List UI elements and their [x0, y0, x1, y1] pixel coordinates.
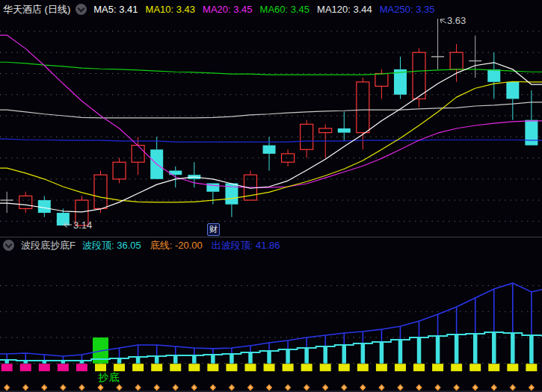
indicator-field: 底线: -20.00 [150, 239, 203, 252]
signal-block [507, 364, 518, 371]
indicator-cyan-bar [267, 351, 271, 364]
signal-block [151, 364, 162, 371]
ma-line-ma250 [0, 139, 542, 142]
ma-lines [0, 35, 542, 212]
stock-app-window: 华天酒店 (日线) MA5: 3.41MA10: 3.43MA20: 3.45M… [0, 0, 542, 392]
indicator-cyan-bar [417, 337, 422, 364]
indicator-cyan-bar [455, 335, 459, 364]
candle-up [319, 128, 332, 133]
signal-block [488, 364, 499, 371]
candle-down [525, 120, 538, 146]
signal-block [339, 364, 350, 371]
indicator-cyan-bar [248, 352, 253, 364]
signal-block [526, 364, 537, 371]
indicator-cyan-bar [136, 357, 141, 364]
indicator-field: 波段顶: 36.05 [82, 239, 141, 252]
high-arrow [440, 19, 446, 24]
buy-signal-label: 抄底 [98, 371, 120, 385]
indicator-cyan-bar [436, 336, 440, 364]
indicator-blue-line [0, 283, 542, 356]
stock-title: 华天酒店 (日线) [3, 3, 70, 16]
signal-block [376, 364, 387, 371]
signal-block [95, 364, 106, 371]
indicator-cyan-bar [380, 342, 384, 364]
signal-block [39, 364, 50, 371]
indicator-cyan-bar [511, 333, 515, 364]
indicator-cyan-bar [192, 355, 197, 364]
candle-up [19, 196, 32, 208]
candle-up [301, 124, 313, 149]
candle-up [94, 175, 107, 208]
signal-block [320, 364, 331, 371]
signal-block [301, 364, 312, 371]
candle-down [263, 146, 276, 154]
indicator-cyan-bar [155, 356, 159, 364]
event-marker-badge[interactable]: 财 [207, 223, 220, 236]
candle-down [338, 128, 351, 133]
candle-down [487, 69, 500, 82]
signal-block [20, 364, 31, 371]
indicator-cyan-bar [173, 355, 178, 364]
candles [1, 19, 538, 225]
ma-legend-item: MA120: 3.44 [317, 4, 372, 15]
indicator-name: 波段底抄底F [21, 239, 76, 252]
indicator-cyan-bar [398, 340, 403, 364]
ma-line-ma20 [0, 35, 542, 187]
signal-block [432, 364, 443, 371]
signal-block [207, 364, 218, 371]
indicator-panel [0, 283, 542, 391]
ma-legend-item: MA5: 3.41 [93, 4, 138, 15]
ma-line-ma5 [0, 63, 542, 212]
candle-down [38, 200, 51, 213]
signal-block [226, 364, 237, 371]
signal-block [413, 364, 425, 371]
chart-canvas[interactable] [0, 0, 542, 392]
signal-block [283, 364, 294, 371]
ma-legend-item: MA20: 3.45 [203, 4, 253, 15]
indicator-cyan-bar [304, 348, 309, 364]
signal-block [451, 364, 462, 371]
signal-block [76, 364, 87, 371]
signal-block [395, 364, 406, 371]
high-price-label: 3.63 [447, 15, 466, 26]
candle-down [57, 213, 70, 225]
signal-block [244, 364, 256, 371]
ma-legend-item: MA10: 3.43 [146, 4, 196, 15]
candle-up [132, 146, 144, 163]
candle-up [413, 52, 425, 99]
signal-block [264, 364, 275, 371]
indicator-values: 波段顶: 36.05底线: -20.00出波段顶: 41.86 [82, 239, 289, 252]
signal-block [114, 364, 125, 371]
signal-block [58, 364, 69, 371]
chevron-down-icon[interactable] [76, 4, 87, 15]
signal-block [469, 364, 481, 371]
signal-block [357, 364, 369, 371]
gridlines [0, 31, 542, 364]
indicator-cyan-bar [230, 354, 234, 364]
ma-line-ma60 [0, 62, 542, 75]
signal-block [1, 364, 13, 371]
indicator-cyan-bar [473, 334, 478, 364]
chevron-down-icon[interactable] [3, 240, 14, 251]
candle-up [357, 82, 369, 133]
signal-block [188, 364, 200, 371]
candle-up [450, 52, 463, 69]
indicator-header: 波段底抄底F 波段顶: 36.05底线: -20.00出波段顶: 41.86 [0, 237, 542, 253]
indicator-cyan-bar [286, 349, 290, 364]
candle-down [506, 82, 519, 99]
indicator-field: 出波段顶: 41.86 [212, 239, 280, 252]
indicator-cyan-bar [342, 345, 347, 364]
ma-legend-item: MA60: 3.45 [260, 4, 310, 15]
ma-legend: MA5: 3.41MA10: 3.43MA20: 3.45MA60: 3.45M… [93, 4, 442, 15]
low-price-label: 3.14 [73, 220, 92, 231]
candle-up [113, 162, 126, 179]
annotation-arrows [64, 19, 446, 228]
indicator-cyan-bar [117, 358, 122, 364]
indicator-cyan-bar [323, 346, 327, 364]
signal-block [132, 364, 144, 371]
indicator-cyan-bar [361, 343, 366, 364]
indicator-cyan-bar [529, 335, 534, 364]
candle-up [375, 73, 388, 86]
indicator-cyan-bar [211, 355, 215, 364]
signal-block [170, 364, 181, 371]
